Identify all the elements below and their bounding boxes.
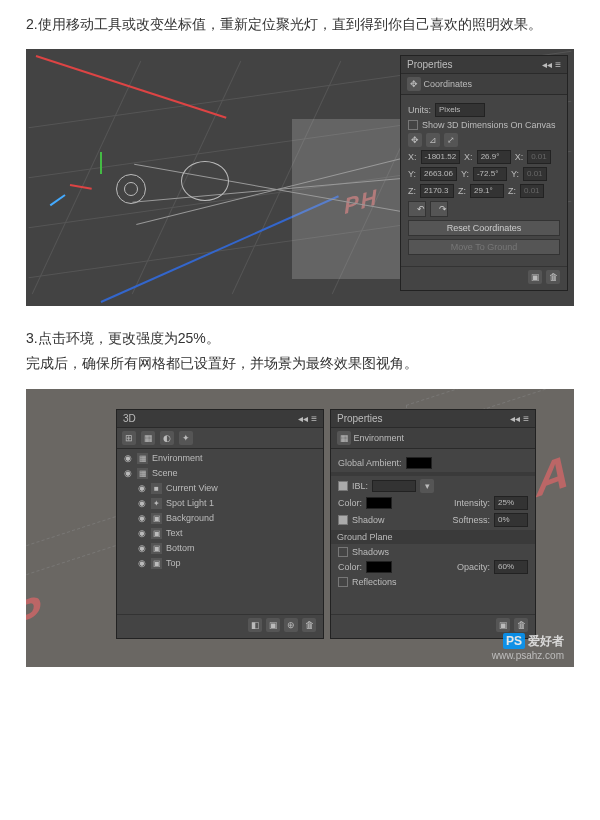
gizmo-z-icon[interactable] xyxy=(50,194,66,206)
gizmo-y-icon[interactable] xyxy=(100,152,102,174)
color-label: Color: xyxy=(338,498,362,508)
panel-tab[interactable]: Properties ◂◂ ≡ xyxy=(401,56,567,74)
shadows-checkbox[interactable] xyxy=(338,547,348,557)
collapse-icon[interactable]: ◂◂ xyxy=(510,413,520,424)
collapse-icon[interactable]: ◂◂ xyxy=(298,413,308,424)
light-icon: ✦ xyxy=(151,498,162,509)
env-body: Global Ambient: IBL: ▾ Color: Intensity:… xyxy=(331,449,535,595)
tree-row-currentview[interactable]: ◉■Current View xyxy=(135,481,319,496)
z-rot-input[interactable]: 29.1° xyxy=(470,184,504,198)
rot-icon[interactable]: ⊿ xyxy=(426,133,440,147)
eye-icon[interactable]: ◉ xyxy=(137,498,147,508)
eye-icon[interactable]: ◉ xyxy=(137,543,147,553)
ibl-checkbox[interactable] xyxy=(338,481,348,491)
filter-mesh-icon[interactable]: ▦ xyxy=(141,431,155,445)
filter-mat-icon[interactable]: ◐ xyxy=(160,431,174,445)
shadow-checkbox[interactable] xyxy=(338,515,348,525)
softness-input[interactable]: 0% xyxy=(494,513,528,527)
x-scale-input[interactable]: 0.01 xyxy=(527,150,551,164)
y-pos-input[interactable]: 2663.06 xyxy=(420,167,457,181)
trash-icon[interactable]: 🗑 xyxy=(514,618,528,632)
z-label: Z: xyxy=(408,186,416,196)
render-icon[interactable]: ▣ xyxy=(266,618,280,632)
env-properties-panel: Properties ◂◂≡ ▦ Environment Global Ambi… xyxy=(330,409,536,639)
eye-icon[interactable]: ◉ xyxy=(123,453,133,463)
trash-icon[interactable]: 🗑 xyxy=(302,618,316,632)
z-scale-input[interactable]: 0.01 xyxy=(520,184,544,198)
ibl-menu-icon[interactable]: ▾ xyxy=(420,479,434,493)
render-icon[interactable]: ▣ xyxy=(496,618,510,632)
step-3-text: 3.点击环境，更改强度为25%。 完成后，确保所有网格都已设置好，并场景为最终效… xyxy=(0,314,600,388)
ambient-swatch[interactable] xyxy=(406,457,432,469)
reset-coords-button[interactable]: Reset Coordinates xyxy=(408,220,560,236)
x-rot-input[interactable]: 26.9° xyxy=(477,150,511,164)
move-ground-button[interactable]: Move To Ground xyxy=(408,239,560,255)
scale-icon[interactable]: ⤢ xyxy=(444,133,458,147)
eye-icon[interactable]: ◉ xyxy=(137,558,147,568)
screenshot-2: A P 3D ◂◂≡ ⊞ ▦ ◐ ✦ ◉▦Environment ◉▦Scene… xyxy=(26,389,574,667)
filter-row: ⊞ ▦ ◐ ✦ xyxy=(117,428,323,449)
panel-body: Units: Pixels Show 3D Dimensions On Canv… xyxy=(401,95,567,263)
undo-button[interactable]: ↶ xyxy=(408,201,426,217)
reflections-checkbox[interactable] xyxy=(338,577,348,587)
collapse-icon[interactable]: ◂◂ xyxy=(542,59,552,70)
menu-icon[interactable]: ≡ xyxy=(311,413,317,424)
menu-icon[interactable]: ≡ xyxy=(523,413,529,424)
intensity-label: Intensity: xyxy=(454,498,490,508)
scene-tree: ◉▦Environment ◉▦Scene ◉■Current View ◉✦S… xyxy=(117,449,323,573)
panel-tab[interactable]: 3D ◂◂≡ xyxy=(117,410,323,428)
panel-icon[interactable]: ◧ xyxy=(248,618,262,632)
shadows-label: Shadows xyxy=(352,547,389,557)
env-icon: ▦ xyxy=(337,431,351,445)
tree-row-spotlight[interactable]: ◉✦Spot Light 1 xyxy=(135,496,319,511)
units-select[interactable]: Pixels xyxy=(435,103,485,117)
intensity-input[interactable]: 25% xyxy=(494,496,528,510)
tree-row-scene[interactable]: ◉▦Scene xyxy=(121,466,319,481)
coords-icon: ✥ xyxy=(407,77,421,91)
x-pos-input[interactable]: -1801.52 xyxy=(421,150,461,164)
ground-color-label: Color: xyxy=(338,562,362,572)
step-3a: 3.点击环境，更改强度为25%。 xyxy=(26,326,574,351)
scene-icon: ▦ xyxy=(137,468,148,479)
tree-row-environment[interactable]: ◉▦Environment xyxy=(121,451,319,466)
panel-title: 3D xyxy=(123,413,136,424)
menu-icon[interactable]: ≡ xyxy=(555,59,561,70)
text-mesh: A xyxy=(535,443,567,507)
tree-row-text[interactable]: ◉▣Text xyxy=(135,526,319,541)
y-scale-input[interactable]: 0.01 xyxy=(523,167,547,181)
shadow-label: Shadow xyxy=(352,515,385,525)
opacity-input[interactable]: 60% xyxy=(494,560,528,574)
render-icon[interactable]: ▣ xyxy=(528,270,542,284)
step-3b: 完成后，确保所有网格都已设置好，并场景为最终效果图视角。 xyxy=(26,351,574,376)
color-swatch[interactable] xyxy=(366,497,392,509)
mesh-icon: ▣ xyxy=(151,558,162,569)
ps-badge: PS xyxy=(503,633,525,649)
panel-controls: ◂◂ ≡ xyxy=(542,59,561,70)
eye-icon[interactable]: ◉ xyxy=(123,468,133,478)
panel-tab[interactable]: Properties ◂◂≡ xyxy=(331,410,535,428)
filter-light-icon[interactable]: ✦ xyxy=(179,431,193,445)
eye-icon[interactable]: ◉ xyxy=(137,528,147,538)
watermark: PS 爱好者 www.psahz.com xyxy=(492,633,564,661)
tree-row-bottom[interactable]: ◉▣Bottom xyxy=(135,541,319,556)
z-pos-input[interactable]: 2170.3 xyxy=(420,184,454,198)
y-rot-input[interactable]: -72.5° xyxy=(473,167,507,181)
tree-label: Spot Light 1 xyxy=(166,498,214,508)
ibl-texture[interactable] xyxy=(372,480,416,492)
tree-row-top[interactable]: ◉▣Top xyxy=(135,556,319,571)
tree-label: Text xyxy=(166,528,183,538)
light-cone xyxy=(181,161,229,201)
ground-plane-section: Ground Plane xyxy=(331,530,535,544)
tree-row-background[interactable]: ◉▣Background xyxy=(135,511,319,526)
show3d-checkbox[interactable] xyxy=(408,120,418,130)
eye-icon[interactable]: ◉ xyxy=(137,483,147,493)
watermark-url: www.psahz.com xyxy=(492,650,564,661)
pos-icon[interactable]: ✥ xyxy=(408,133,422,147)
trash-icon[interactable]: 🗑 xyxy=(546,270,560,284)
new-icon[interactable]: ⊕ xyxy=(284,618,298,632)
filter-all-icon[interactable]: ⊞ xyxy=(122,431,136,445)
eye-icon[interactable]: ◉ xyxy=(137,513,147,523)
ground-color-swatch[interactable] xyxy=(366,561,392,573)
redo-button[interactable]: ↷ xyxy=(430,201,448,217)
text-mesh: P xyxy=(26,584,39,647)
